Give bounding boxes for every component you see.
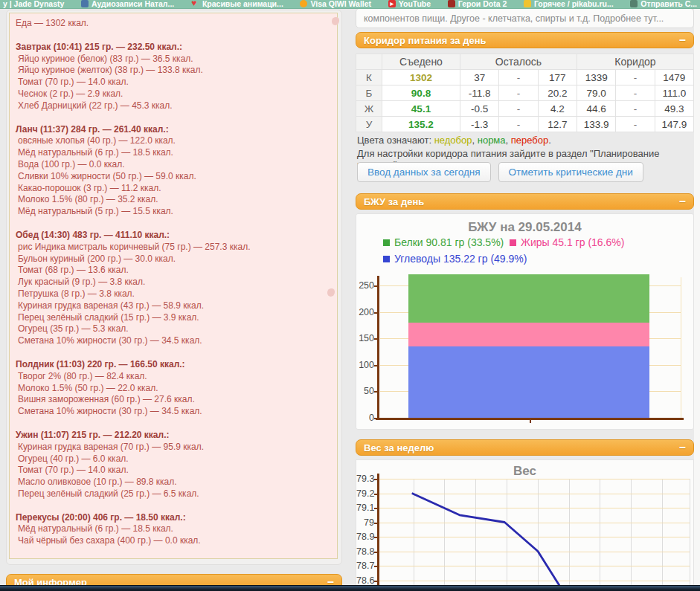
note-prefix: Цвета означают: [357,135,434,146]
corridor-panel-header: Коридор питания за день – [356,32,694,48]
table-cell: 20.2 [538,85,577,101]
bookmark-item[interactable]: Visa QIWI Wallet [300,0,371,8]
diary-item: Петрушка (8 гр.) — 3.8 ккал. [16,288,333,300]
table-cell: 4.2 [538,101,577,117]
table-cell: -1.3 [460,117,499,132]
table-cell: -11.8 [460,85,499,101]
diary-item: Вода (100 гр.) — 0.0 ккал. [16,159,333,171]
table-cell: 49.3 [655,101,693,117]
bookmark-item[interactable]: у | Jade Dynasty [3,0,64,8]
bookmark-item[interactable]: Аудиозаписи Натал... [81,0,174,8]
table-cell: - [616,85,655,101]
table-cell: У [356,117,382,132]
bookmark-item[interactable]: Герои Dota 2 [448,0,507,8]
table-cell: 44.6 [577,101,615,117]
note-norm: норма [478,135,506,146]
legend-swatch [383,239,390,246]
legend-label: Белки 90.81 гр (33.5%) [394,236,504,248]
page: у | Jade DynastyАудиозаписи Натал...♥Кра… [0,0,700,591]
meal-block: Ланч (11:37) 284 гр. — 261.40 ккал.:овся… [16,124,333,218]
bookmark-item[interactable]: ♥Красивые анимаци... [191,0,283,8]
weight-title: Вес за неделю [364,442,434,453]
bju-stacked-bar-chart: 050100150200250 [356,270,695,427]
diary-item: рис Индика мистраль коричневый (75 гр.) … [16,242,333,253]
diary-item: Сметана 10% жирности (30 гр.) — 34.5 кка… [16,406,333,418]
collapse-icon[interactable]: – [679,198,686,204]
note-under: недобор [434,135,472,146]
meal-header: Завтрак (10:41) 215 гр. — 232.50 ккал.: [16,42,333,54]
nutrition-info-note: компонентов пищи. Другое - клетчатка, сп… [356,8,694,28]
diary-item: Творог 2% (80 гр.) — 82.4 ккал. [16,371,333,383]
bookmark-label: Герои Dota 2 [458,0,507,8]
gridline-vertical [681,277,681,418]
taskbar-edge [0,585,700,591]
qiwi-icon [300,0,307,7]
bookmark-item[interactable]: Горячее / pikabu.ru... [524,0,614,8]
table-cell: 79.0 [577,85,615,101]
table-cell: Ж [356,101,382,117]
meal-header: Ланч (11:37) 284 гр. — 261.40 ккал.: [16,124,333,136]
bookmark-label: Горячее / pikabu.ru... [534,0,614,8]
meal-header: Перекусы (20:00) 406 гр. — 18.50 ккал.: [16,512,333,524]
diary-item: Куриная грудка вареная (70 гр.) — 95.9 к… [16,442,333,453]
collapse-icon[interactable]: – [679,37,686,43]
table-row: Б90.8-11.8-20.279.0-111.0 [356,85,694,101]
table-cell: 12.7 [538,117,577,132]
diary-item: Лук красный (9 гр.) — 3.8 ккал. [16,277,333,288]
table-cell: К [356,70,382,85]
diary-item: Мёд натуральный (6 гр.) — 18.5 ккал. [16,523,333,535]
table-cell: - [499,101,538,117]
table-cell: 135.2 [382,117,460,132]
y-axis-label: 200 [356,307,374,317]
diary-item: Сметана 10% жирности (30 гр.) — 34.5 кка… [16,335,333,347]
bju-panel-header: БЖУ за день – [356,193,694,210]
y-axis [377,276,379,420]
pikabu-icon [524,0,531,7]
bookmark-item[interactable]: ▶YouTube [388,0,431,8]
table-cell: 37 [460,70,499,85]
table-row: К130237-1771339-1479 [356,70,694,85]
table-cell: 45.1 [382,101,460,117]
table-cell: - [616,101,655,117]
bar-segment-углеводы [408,346,649,418]
food-diary-text: Еда — 1302 ккал. Завтрак (10:41) 215 гр.… [9,13,338,559]
diary-item: Чеснок (2 гр.) — 2.9 ккал. [16,88,333,100]
diary-item: Огурец (40 гр.) — 6.0 ккал. [16,453,333,465]
diary-item: Яйцо куриное (желток) (38 гр.) — 133.8 к… [16,65,333,77]
bookmarks-bar: у | Jade DynastyАудиозаписи Натал...♥Кра… [0,0,700,9]
bookmark-label: у | Jade Dynasty [3,0,64,8]
meal-block: Полдник (11:03) 220 гр. — 166.50 ккал.:Т… [16,359,333,418]
youtube-icon: ▶ [388,0,396,7]
table-cell: - [616,70,655,85]
col-header-left: Осталось [460,54,577,70]
enter-today-data-button[interactable]: Ввод данных за сегодня [357,162,491,182]
legend-item: Белки 90.81 гр (33.5%) [383,236,504,248]
bookmark-label: Отправить С... [640,0,697,8]
bar-segment-белки [408,274,649,323]
meal-block: Ужин (11:07) 215 гр. — 212.20 ккал.:Кури… [16,430,333,500]
bju-title: БЖУ за день [364,196,424,207]
meal-header: Полдник (11:03) 220 гр. — 166.50 ккал.: [16,359,333,371]
heart-icon: ♥ [191,0,199,7]
legend-item: Жиры 45.1 гр (16.6%) [510,236,624,248]
meal-block: Перекусы (20:00) 406 гр. — 18.50 ккал.:М… [16,512,333,547]
diary-item: Огурец (35 гр.) — 5.3 ккал. [16,323,333,335]
y-axis-label: 100 [356,360,374,370]
weight-line-chart: 79.379.279.17978.978.878.778.6 [356,460,695,586]
col-header-corridor: Коридор [577,54,693,70]
diary-item: Молоко 1.5% (50 гр.) — 22.0 ккал. [16,383,333,395]
weight-line [356,460,695,586]
bju-legend: Белки 90.81 гр (33.5%)Жиры 45.1 гр (16.6… [356,235,693,269]
collapse-icon[interactable]: – [327,579,334,585]
diary-item: Томат (70 гр.) — 14.0 ккал. [16,465,333,477]
corridor-table: СъеденоОсталосьКоридорК130237-1771339-14… [356,54,694,132]
bookmark-item[interactable]: Отправить С... [630,0,697,8]
x-tick [530,420,531,423]
right-column: компонентов пищи. Другое - клетчатка, сп… [356,0,694,591]
collapse-icon[interactable]: – [679,445,686,450]
diary-item: Масло оливковое (10 гр.) — 89.8 ккал. [16,477,333,488]
mark-critical-days-button[interactable]: Отметить критические дни [498,162,643,182]
weight-panel-header: Вес за неделю – [356,439,694,456]
diary-item: Сливки 10% жирности (50 гр.) — 59.0 ккал… [16,171,333,183]
corridor-buttons: Ввод данных за сегодня Отметить критичес… [357,162,643,182]
